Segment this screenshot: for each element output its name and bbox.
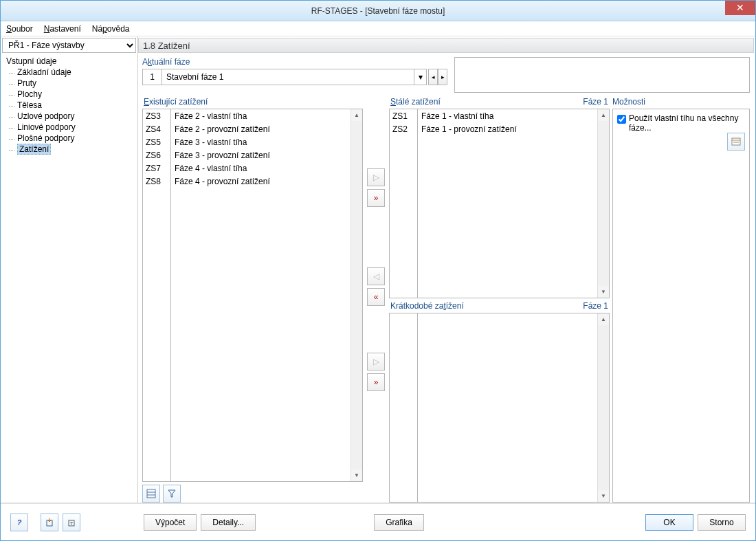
selfweight-checkbox-label[interactable]: Použít vlastní tíhu na všechny fáze...: [617, 113, 745, 133]
content-top: PŘ1 - Fáze výstavby Vstupní údaje Základ…: [1, 36, 755, 503]
phase-next-button[interactable]: ▸: [438, 69, 447, 85]
permanent-listbox[interactable]: ZS1Fáze 1 - vlastní tíhaZS2Fáze 1 - prov…: [389, 109, 610, 298]
permanent-group: Stálé zatížení Fáze 1 ZS1Fáze 1 - vlastn…: [389, 97, 610, 298]
main-panel: 1.8 Zatížení Aktuální fáze 1 Stavební fá…: [138, 36, 755, 503]
tree-item[interactable]: Pruty: [6, 78, 137, 89]
list-row[interactable]: ZS3Fáze 2 - vlastní tíha: [143, 109, 362, 122]
svg-marker-3: [168, 490, 175, 497]
row-phase: Aktuální fáze 1 Stavební fáze 1 ▾ ◂ ▸: [142, 57, 750, 93]
phase-dropdown-icon[interactable]: ▾: [414, 69, 426, 85]
menu-nastaveni[interactable]: Nastavení: [44, 24, 81, 34]
ok-button[interactable]: OK: [645, 514, 693, 531]
shortterm-phase: Fáze 1: [583, 301, 608, 311]
filter-button[interactable]: [163, 485, 181, 503]
graphics-button[interactable]: Grafika: [374, 514, 424, 531]
list-row[interactable]: ZS6Fáze 3 - provozní zatížení: [143, 148, 362, 162]
move-left-all-button[interactable]: «: [367, 288, 385, 306]
permanent-title: Stálé zatížení Fáze 1: [389, 97, 610, 109]
phase-text: Stavební fáze 1: [162, 69, 414, 85]
tree-root[interactable]: Vstupní údaje: [6, 56, 137, 67]
phase-prev-button[interactable]: ◂: [428, 69, 438, 85]
options-detail-button[interactable]: [727, 133, 745, 151]
content: PŘ1 - Fáze výstavby Vstupní údaje Základ…: [1, 36, 755, 540]
options-box: Použít vlastní tíhu na všechny fáze...: [612, 109, 750, 503]
existing-tools: [142, 485, 363, 503]
selfweight-checkbox[interactable]: [617, 115, 626, 124]
tree-item[interactable]: Plošné podpory: [6, 133, 137, 144]
list-row[interactable]: ZS5Fáze 3 - vlastní tíha: [143, 135, 362, 148]
permanent-phase: Fáze 1: [583, 97, 608, 107]
svg-rect-0: [147, 489, 155, 498]
phase-group: Aktuální fáze 1 Stavební fáze 1 ▾ ◂ ▸: [142, 57, 447, 93]
sidebar: PŘ1 - Fáze výstavby Vstupní údaje Základ…: [1, 36, 138, 503]
phase-spinners: ◂ ▸: [428, 69, 447, 85]
existing-column: Existující zatížení ZS3Fáze 2 - vlastní …: [142, 97, 363, 503]
window-title: RF-STAGES - [Stavební fáze mostu]: [1, 6, 755, 16]
main-header: 1.8 Zatížení: [138, 38, 754, 53]
menubar: Soubor Nastavení Nápověda: [1, 21, 755, 36]
phase-label: Aktuální fáze: [142, 57, 447, 69]
svg-rect-4: [732, 138, 740, 145]
import-button[interactable]: [41, 514, 58, 531]
tree-item[interactable]: Základní údaje: [6, 67, 137, 78]
menu-soubor[interactable]: Soubor: [6, 24, 33, 34]
permanent-scrollbar[interactable]: ▲ ▼: [597, 109, 609, 298]
move-right-all-button[interactable]: »: [367, 189, 385, 207]
existing-scrollbar[interactable]: ▲ ▼: [351, 109, 362, 481]
move-right2-all-button[interactable]: »: [367, 373, 385, 391]
nav-tree: Vstupní údaje Základní údajePrutyPlochyT…: [1, 54, 137, 155]
export-button[interactable]: [63, 514, 80, 531]
list-row[interactable]: ZS7Fáze 4 - vlastní tíha: [143, 162, 362, 175]
list-row[interactable]: ZS8Fáze 4 - provozní zatížení: [143, 175, 362, 188]
tree-item[interactable]: Zatížení: [6, 144, 137, 155]
phase-num: 1: [143, 69, 162, 85]
main-body: Aktuální fáze 1 Stavební fáze 1 ▾ ◂ ▸: [138, 53, 755, 503]
calculate-button[interactable]: Výpočet: [144, 514, 197, 531]
move-right-button[interactable]: ▷: [367, 168, 385, 186]
shortterm-listbox[interactable]: ▲ ▼: [389, 313, 610, 503]
preview-box: [454, 57, 750, 93]
case-dropdown[interactable]: PŘ1 - Fáze výstavby: [2, 38, 136, 53]
footer: ? Výpočet Detaily... Grafika OK Storno: [1, 503, 755, 540]
shortterm-scrollbar[interactable]: ▲ ▼: [597, 313, 609, 502]
tree-item[interactable]: Tělesa: [6, 100, 137, 111]
list-row[interactable]: ZS4Fáze 2 - provozní zatížení: [143, 122, 362, 135]
titlebar: RF-STAGES - [Stavební fáze mostu] ✕: [1, 1, 755, 21]
move-right2-button[interactable]: ▷: [367, 353, 385, 371]
close-button[interactable]: ✕: [725, 1, 755, 15]
move-left-button[interactable]: ◁: [367, 267, 385, 285]
shortterm-title: Krátkodobé zatížení Fáze 1: [389, 301, 610, 313]
tree-item[interactable]: Liniové podpory: [6, 122, 137, 133]
details-button[interactable]: Detaily...: [201, 514, 256, 531]
options-column: Možnosti Použít vlastní tíhu na všechny …: [612, 97, 750, 503]
shortterm-group: Krátkodobé zatížení Fáze 1 ▲ ▼: [389, 301, 610, 503]
cancel-button[interactable]: Storno: [698, 514, 746, 531]
list-tool-button[interactable]: [142, 485, 160, 503]
menu-napoveda[interactable]: Nápověda: [92, 24, 130, 34]
list-row[interactable]: ZS2Fáze 1 - provozní zatížení: [390, 122, 609, 135]
help-button[interactable]: ?: [10, 514, 28, 531]
right-column: Stálé zatížení Fáze 1 ZS1Fáze 1 - vlastn…: [389, 97, 610, 503]
options-label: Možnosti: [612, 97, 750, 109]
tree-item[interactable]: Uzlové podpory: [6, 111, 137, 122]
app-window: RF-STAGES - [Stavební fáze mostu] ✕ Soub…: [0, 0, 756, 541]
phase-select[interactable]: 1 Stavební fáze 1 ▾: [142, 69, 427, 85]
existing-listbox[interactable]: ZS3Fáze 2 - vlastní tíhaZS4Fáze 2 - prov…: [142, 109, 363, 482]
existing-title: Existující zatížení: [142, 97, 363, 109]
tree-item[interactable]: Plochy: [6, 89, 137, 100]
move-column-1: ▷ » ◁ « ▷ »: [366, 97, 386, 503]
row-lists: Existující zatížení ZS3Fáze 2 - vlastní …: [142, 97, 750, 503]
list-row[interactable]: ZS1Fáze 1 - vlastní tíha: [390, 109, 609, 122]
